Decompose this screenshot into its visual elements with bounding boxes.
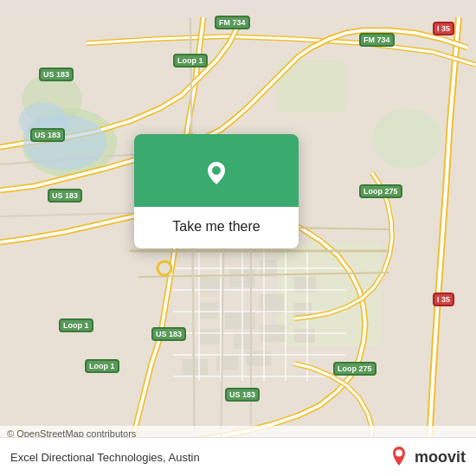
take-me-there-button[interactable]: Take me there <box>134 215 299 240</box>
moovit-logo-icon <box>387 445 411 469</box>
popup-card-header <box>134 134 299 207</box>
popup-card: Take me there <box>134 134 299 248</box>
road-badge-fm734-top: FM 734 <box>215 16 250 29</box>
svg-rect-14 <box>199 329 223 344</box>
location-pin-icon <box>197 153 235 191</box>
road-badge-loop1-bottom: Loop 1 <box>59 318 93 332</box>
svg-rect-11 <box>260 294 284 313</box>
svg-rect-19 <box>216 355 238 370</box>
road-badge-us183-bottom: US 183 <box>151 327 186 341</box>
svg-point-4 <box>372 108 441 169</box>
road-badge-i35-top-right: I 35 <box>433 22 454 35</box>
road-badge-i35-right: I 35 <box>433 293 454 306</box>
road-badge-us183-bottom2: US 183 <box>225 388 260 402</box>
location-label: Excel Directional Technologies, Austin <box>10 451 200 464</box>
svg-rect-17 <box>294 329 315 343</box>
bottom-bar: Excel Directional Technologies, Austin m… <box>0 437 476 476</box>
road-badge-loop1-top: Loop 1 <box>173 54 208 68</box>
svg-rect-13 <box>294 303 312 316</box>
road-badge-us183-lower-left: US 183 <box>48 189 82 203</box>
road-badge-us183-top-left: US 183 <box>39 68 74 81</box>
map-container: US 183 US 183 US 183 US 183 US 183 Loop … <box>0 0 476 476</box>
road-badge-loop275-bottom: Loop 275 <box>333 362 376 376</box>
road-badge-loop1-bottom2: Loop 1 <box>85 359 119 373</box>
moovit-logo: moovit <box>387 445 466 469</box>
svg-point-47 <box>212 166 221 175</box>
svg-rect-15 <box>234 333 253 349</box>
svg-point-43 <box>158 261 171 275</box>
road-badge-us183-mid-left: US 183 <box>30 128 65 142</box>
road-badge-loop275-right: Loop 275 <box>359 184 402 198</box>
road-badge-fm734-top-right: FM 734 <box>359 33 395 47</box>
svg-rect-10 <box>199 303 218 318</box>
popup-card-footer: Take me there <box>134 207 299 248</box>
svg-point-48 <box>396 450 402 457</box>
moovit-brand-name: moovit <box>415 448 466 466</box>
